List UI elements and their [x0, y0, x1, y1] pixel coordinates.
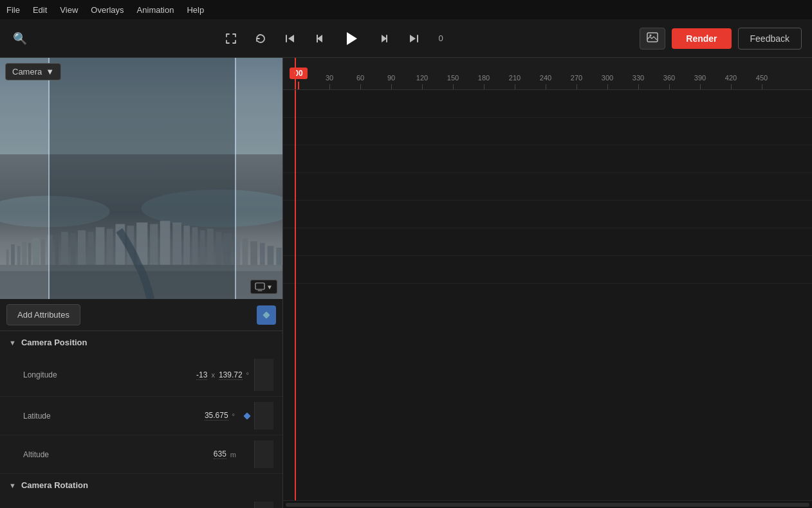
camera-rotation-section-header[interactable]: ▼ Camera Rotation [0, 474, 282, 496]
svg-marker-8 [410, 35, 416, 42]
menu-help[interactable]: Help [187, 5, 204, 15]
viewport-divider-left [235, 58, 236, 299]
menu-animation[interactable]: Animation [137, 5, 174, 15]
diamond-icon [262, 311, 271, 320]
screen-icon [255, 282, 265, 291]
toolbar-left: 🔍 [10, 29, 30, 48]
svg-rect-7 [417, 35, 418, 42]
menu-edit[interactable]: Edit [33, 5, 47, 15]
menu-view[interactable]: View [60, 5, 78, 15]
svg-rect-49 [263, 311, 270, 318]
marker-120: 120 [407, 74, 438, 89]
svg-point-10 [650, 34, 652, 36]
latitude-track [254, 402, 273, 430]
svg-marker-2 [317, 35, 322, 42]
add-attributes-button[interactable]: Add Attributes [6, 304, 80, 325]
viewport-divider-right [48, 58, 50, 299]
marker-390: 390 [685, 74, 715, 89]
track-row-4 [283, 173, 812, 201]
main-area: Camera ▼ ▼ Add Attributes [0, 58, 812, 508]
search-button[interactable]: 🔍 [10, 29, 30, 48]
pan-track [254, 502, 273, 508]
chevron-down-icon: ▼ [9, 339, 16, 347]
timeline-playhead [295, 90, 296, 500]
marker-90: 90 [376, 74, 407, 89]
longitude-track [254, 359, 273, 391]
feedback-button[interactable]: Feedback [738, 28, 802, 50]
timeline-body[interactable] [283, 90, 812, 500]
play-button[interactable] [340, 27, 364, 50]
menu-overlays[interactable]: Overlays [91, 5, 124, 15]
refresh-icon [254, 32, 267, 45]
frame-count: 0 [434, 33, 447, 43]
scrollbar-thumb[interactable] [286, 503, 809, 507]
longitude-x-label: x [211, 371, 215, 379]
svg-rect-0 [286, 35, 287, 42]
image-icon-button[interactable] [640, 28, 665, 50]
timeline-scrollbar[interactable] [283, 500, 812, 508]
current-frame-marker: 00 [283, 68, 314, 89]
longitude-value[interactable]: 139.72 [219, 370, 243, 380]
track-row-2 [283, 118, 812, 145]
image-icon [647, 32, 658, 42]
marker-270: 270 [561, 74, 592, 89]
track-row-3 [283, 145, 812, 173]
longitude-values: -13 x 139.72 ° [196, 370, 249, 380]
camera-position-title: Camera Position [21, 338, 88, 347]
skip-forward-icon [407, 32, 420, 45]
attributes-section: ▼ Camera Position Longitude -13 x 139.72… [0, 331, 282, 508]
toolbar: 🔍 [0, 19, 812, 58]
toolbar-right: Render Feedback [640, 28, 802, 50]
track-row-7 [283, 256, 812, 284]
marker-330: 330 [623, 74, 654, 89]
altitude-track [254, 440, 273, 468]
altitude-value[interactable]: 635 [214, 449, 226, 459]
latitude-keyframe-button[interactable] [240, 409, 254, 423]
camera-rotation-title: Camera Rotation [21, 480, 88, 490]
playhead-line [295, 58, 296, 89]
diamond-icon [243, 412, 251, 420]
svg-marker-5 [382, 35, 387, 42]
timeline-section: 00 30 60 90 [283, 58, 812, 508]
step-back-button[interactable] [311, 30, 329, 48]
viewport-overlay-right [50, 58, 282, 299]
camera-dropdown[interactable]: Camera ▼ [5, 63, 61, 80]
track-row-1 [283, 90, 812, 118]
svg-rect-48 [255, 283, 264, 289]
longitude-label: Longitude [23, 370, 196, 379]
skip-back-button[interactable] [281, 30, 299, 48]
skip-back-icon [284, 32, 297, 45]
svg-marker-4 [347, 32, 357, 45]
step-forward-button[interactable] [375, 30, 393, 48]
render-button[interactable]: Render [672, 28, 731, 49]
chevron-down-icon: ▼ [266, 284, 273, 291]
screen-icon-wrap[interactable]: ▼ [250, 280, 277, 294]
marker-360: 360 [654, 74, 685, 89]
menu-file[interactable]: File [6, 5, 20, 15]
step-forward-icon [378, 32, 391, 45]
keyframe-diamond-button[interactable] [257, 305, 276, 325]
chevron-down-icon: ▼ [9, 482, 16, 489]
altitude-unit: m [230, 451, 236, 458]
marker-300: 300 [592, 74, 623, 89]
svg-rect-50 [243, 412, 250, 419]
marker-450: 450 [746, 74, 777, 89]
refresh-button[interactable] [252, 30, 270, 48]
latitude-row: Latitude 35.675 ° [0, 397, 282, 435]
timeline-ruler[interactable]: 00 30 60 90 [283, 58, 812, 90]
search-icon: 🔍 [13, 32, 27, 46]
camera-position-section-header[interactable]: ▼ Camera Position [0, 331, 282, 354]
pan-row: Pan 4 x 45.4 ° [0, 496, 282, 508]
longitude-x-value[interactable]: -13 [196, 370, 207, 380]
marker-180: 180 [468, 74, 499, 89]
latitude-value[interactable]: 35.675 [205, 411, 228, 421]
marker-60: 60 [345, 74, 376, 89]
fullscreen-icon [225, 32, 237, 45]
skip-forward-button[interactable] [405, 30, 423, 48]
longitude-row: Longitude -13 x 139.72 ° [0, 354, 282, 397]
step-back-icon [313, 32, 326, 45]
fullscreen-button[interactable] [222, 30, 240, 48]
marker-210: 210 [499, 74, 530, 89]
attrs-toolbar: Add Attributes [0, 299, 282, 331]
altitude-row: Altitude 635 m [0, 435, 282, 474]
